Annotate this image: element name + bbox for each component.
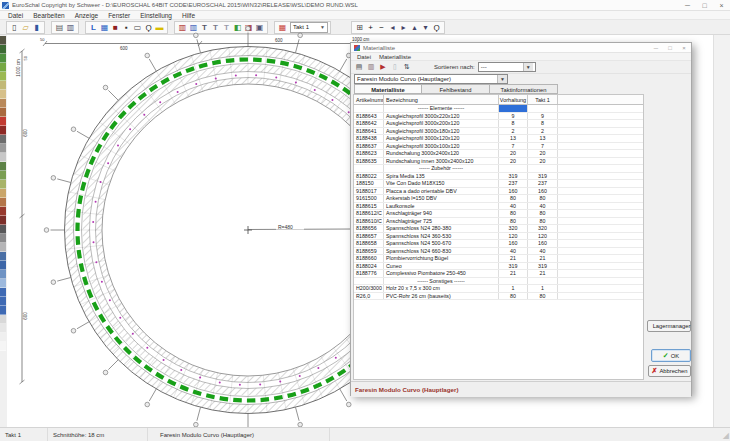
table-row[interactable]: 8188660Plombiervorrichtung Bügel2121	[354, 255, 643, 263]
table-row[interactable]: 8188642Ausgleichsprofil 3000x200x12088	[354, 120, 643, 128]
cell-bezeichnung: Rundschalung innen 3000x2400x120	[384, 158, 499, 165]
ok-button[interactable]: ✓ OK	[651, 349, 691, 362]
svg-text:600: 600	[23, 129, 28, 137]
table-row[interactable]: ------ Elemente ------	[354, 105, 643, 113]
table-row[interactable]: ------ Zubehör ------	[354, 165, 643, 173]
column-header-bezeichnung[interactable]: Bezeichnung	[384, 95, 499, 104]
table-row[interactable]: 8188657Spannschloss N24 360-530120120	[354, 233, 643, 241]
dialog-menu-materialliste[interactable]: Materialliste	[375, 54, 415, 60]
palette-tool[interactable]	[0, 162, 6, 171]
resize-grip[interactable]: ◢	[723, 432, 729, 440]
palette-tool[interactable]	[0, 270, 6, 279]
palette-tool[interactable]	[0, 36, 6, 45]
table-row[interactable]: 8188623Rundschalung 3000x2400x1202020	[354, 150, 643, 158]
cell-vorhaltung	[499, 165, 528, 172]
cell-vorhaltung: 80	[499, 218, 528, 225]
tab-taktinformationen[interactable]: Taktinformationen	[490, 84, 558, 94]
palette-tool[interactable]	[0, 342, 6, 351]
table-row[interactable]: 9161500Ankerstab l=150 DBV8080	[354, 195, 643, 203]
palette-tool[interactable]	[0, 144, 6, 153]
palette-tool[interactable]	[0, 63, 6, 72]
palette-tool[interactable]	[0, 126, 6, 135]
page-icon[interactable]: ▯	[390, 62, 400, 72]
system-select[interactable]: Faresin Modulo Curvo (Hauptlager) ▼	[354, 74, 508, 84]
palette-tool[interactable]	[0, 198, 6, 207]
palette-tool[interactable]	[0, 117, 6, 126]
tab-fehlbestand[interactable]: Fehlbestand	[422, 84, 490, 94]
cell-artikelnummer	[354, 278, 384, 285]
cell-takt1: 2	[528, 128, 558, 135]
table-row[interactable]: 8188658Spannschloss N24 500-670160160	[354, 240, 643, 248]
palette-tool[interactable]	[0, 261, 6, 270]
tab-materialliste[interactable]: Materialliste	[354, 84, 422, 94]
palette-tool[interactable]	[0, 297, 6, 306]
palette-tool[interactable]	[0, 153, 6, 162]
table-row[interactable]: 8188022Spira Media 135319319	[354, 173, 643, 181]
palette-tool[interactable]	[0, 234, 6, 243]
palette-tool[interactable]	[0, 279, 6, 288]
palette-tool[interactable]	[0, 333, 6, 342]
table-row[interactable]: 8188637Ausgleichsprofil 3000x100x12077	[354, 143, 643, 151]
palette-tool[interactable]	[0, 243, 6, 252]
table-row[interactable]: 8188635Rundschalung innen 3000x2400x1202…	[354, 158, 643, 166]
table-row[interactable]: 9188017Placca a dado orientable DBV16016…	[354, 188, 643, 196]
palette-tool[interactable]	[0, 189, 6, 198]
table-row[interactable]: 8188438Ausgleichsprofil 3000x120x1201313	[354, 135, 643, 143]
palette-tool[interactable]	[0, 315, 6, 324]
palette-tool[interactable]	[0, 81, 6, 90]
lagermanager-button[interactable]: Lagermanager	[647, 320, 691, 332]
chevron-down-icon: ▼	[497, 75, 507, 83]
sort-select[interactable]: --- ▼	[478, 62, 536, 72]
dialog-menu-datei[interactable]: Datei	[353, 54, 375, 60]
dialog-menu-bar: DateiMaterialliste	[351, 53, 691, 61]
table-row[interactable]: 8188656Spannschloss N24 280-380320320	[354, 225, 643, 233]
palette-tool[interactable]	[0, 90, 6, 99]
table-row[interactable]: 8188615Laufkonsole4040	[354, 203, 643, 211]
table-row[interactable]: 8188641Ausgleichsprofil 3000x180x12022	[354, 128, 643, 136]
palette-tool[interactable]	[0, 171, 6, 180]
palette-tool[interactable]	[0, 45, 6, 54]
palette-tool[interactable]	[0, 135, 6, 144]
table-row[interactable]: H200/3000Holz 20 x 7,5 x 300 cm11	[354, 285, 643, 293]
cell-artikelnummer: 8188643	[354, 113, 384, 120]
palette-tool[interactable]	[0, 252, 6, 261]
print-all-icon[interactable]: ▥	[366, 62, 376, 72]
cell-takt1: 20	[528, 158, 558, 165]
table-row[interactable]: 8188659Spannschloss N24 660-8304040	[354, 248, 643, 256]
vertical-scrollbar[interactable]	[713, 35, 730, 427]
palette-tool[interactable]	[0, 288, 6, 297]
cell-takt1: 237	[528, 180, 558, 187]
palette-tool[interactable]	[0, 216, 6, 225]
table-row[interactable]: R26,0PVC-Rohr 26 cm (bauseits)8080	[354, 293, 643, 301]
palette-tool[interactable]	[0, 54, 6, 63]
table-row[interactable]: 8188776Complessivo Piombatore 250-450212…	[354, 270, 643, 278]
cell-takt1: 1	[528, 285, 558, 292]
column-header-vorhaltung[interactable]: Vorhaltung	[499, 95, 528, 104]
dialog-maximize-icon[interactable]: □	[663, 43, 677, 53]
table-row[interactable]: 8188612/CAnschlagträger 9408080	[354, 210, 643, 218]
dialog-close-icon[interactable]: ×	[677, 43, 691, 53]
cell-vorhaltung: 40	[499, 203, 528, 210]
cancel-button[interactable]: ✗ Abbrechen	[648, 365, 691, 377]
table-row[interactable]: 8188610/CAnschlagträger 7258080	[354, 218, 643, 226]
cell-vorhaltung: 80	[499, 210, 528, 217]
palette-tool[interactable]	[0, 72, 6, 81]
palette-tool[interactable]	[0, 180, 6, 189]
palette-tool[interactable]	[0, 99, 6, 108]
palette-tool[interactable]	[0, 306, 6, 315]
table-row[interactable]: ------ Sonstiges ------	[354, 278, 643, 286]
palette-tool[interactable]	[0, 324, 6, 333]
export-icon[interactable]: ▶	[378, 62, 388, 72]
column-header-artikelnummer[interactable]: Artikelnummer	[354, 95, 384, 104]
palette-tool[interactable]	[0, 108, 6, 117]
palette-tool[interactable]	[0, 207, 6, 216]
print-icon[interactable]: ▤	[354, 62, 364, 72]
palette-tool[interactable]	[0, 225, 6, 234]
column-header-takt-1[interactable]: Takt 1	[528, 95, 558, 104]
cell-bezeichnung: Ausgleichsprofil 3000x200x120	[384, 120, 499, 127]
table-row[interactable]: 8188643Ausgleichsprofil 3000x220x12099	[354, 113, 643, 121]
dialog-minimize-icon[interactable]: ─	[649, 43, 663, 53]
table-row[interactable]: 188150Vite Con Dado M18X150237237	[354, 180, 643, 188]
table-row[interactable]: 8188024Cuneo319319	[354, 263, 643, 271]
sort-icon[interactable]: ⇅	[402, 62, 412, 72]
